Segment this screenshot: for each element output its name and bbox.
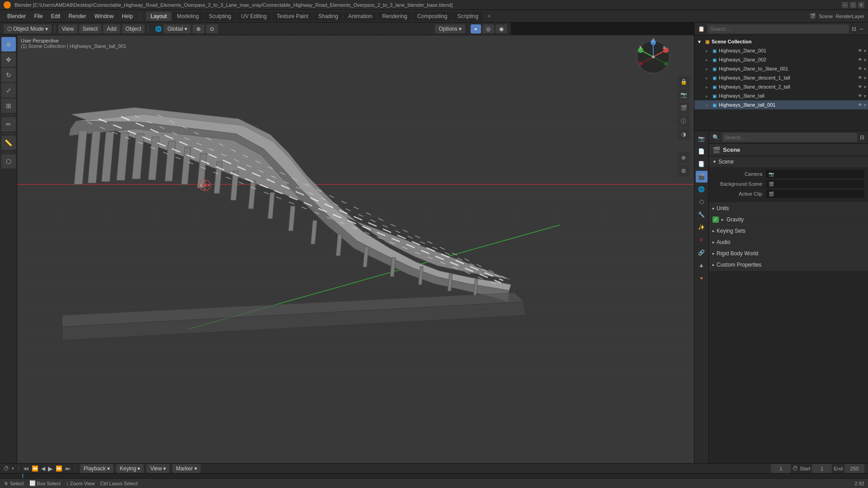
prop-view-layer-icon[interactable]: 📑 bbox=[696, 158, 708, 170]
visibility-icon-6[interactable]: 👁 bbox=[858, 94, 862, 98]
menu-help[interactable]: Help bbox=[118, 12, 137, 21]
prop-render-icon[interactable]: 📷 bbox=[696, 133, 708, 145]
custom-properties-header[interactable]: ▸ Custom Properties bbox=[709, 259, 868, 270]
menu-render[interactable]: Render bbox=[65, 12, 90, 21]
viewport-grid-icon[interactable]: ⊞ bbox=[678, 165, 689, 177]
viewport-options-button[interactable]: Options ▾ bbox=[435, 24, 465, 33]
prop-physics-icon[interactable]: ⚛ bbox=[696, 234, 708, 246]
prop-scene-icon[interactable]: 🎬 bbox=[696, 171, 708, 183]
snap-button[interactable]: ⊕ bbox=[193, 24, 204, 33]
play-reverse-icon[interactable]: ◀ bbox=[41, 465, 45, 472]
visibility-icon-4[interactable]: 👁 bbox=[858, 75, 862, 80]
proportional-edit-button[interactable]: ⊙ bbox=[206, 24, 218, 33]
transform-orientation-button[interactable]: Global ▾ bbox=[164, 24, 191, 33]
move-tool[interactable]: ✥ bbox=[1, 52, 16, 67]
measure-tool[interactable]: 📏 bbox=[1, 136, 16, 150]
prop-constraints-icon[interactable]: 🔗 bbox=[696, 247, 708, 258]
outliner-item-3[interactable]: ▸ ▣ Highways_2lane_to_3lane_001 👁 ▾ bbox=[694, 64, 868, 73]
gravity-section-header[interactable]: ✓ ▸ Gravity bbox=[709, 214, 868, 225]
tab-rendering[interactable]: Rendering bbox=[377, 12, 411, 21]
menu-blender[interactable]: Blender bbox=[4, 12, 29, 21]
tab-texture-paint[interactable]: Texture Paint bbox=[272, 12, 313, 21]
tab-compositing[interactable]: Compositing bbox=[413, 12, 452, 21]
visibility-icon-2[interactable]: 👁 bbox=[858, 57, 862, 62]
viewport-shading-solid[interactable]: ● bbox=[471, 24, 481, 33]
tab-scripting[interactable]: Scripting bbox=[453, 12, 483, 21]
viewport-shading-rendered[interactable]: ◉ bbox=[495, 24, 507, 33]
tab-modeling[interactable]: Modeling bbox=[172, 12, 203, 21]
prop-world-icon[interactable]: 🌐 bbox=[696, 183, 708, 195]
prop-particles-icon[interactable]: ✨ bbox=[696, 221, 708, 233]
outliner-item-5[interactable]: ▸ ▣ Highways_3lane_descent_2_tall 👁 ▾ bbox=[694, 82, 868, 91]
rotate-tool[interactable]: ↻ bbox=[1, 68, 16, 82]
close-button[interactable]: ✕ bbox=[858, 2, 864, 8]
bg-scene-value[interactable]: 🎬 bbox=[766, 180, 864, 188]
outliner-item-2[interactable]: ▸ ▣ Highways_2lane_002 👁 ▾ bbox=[694, 55, 868, 64]
playback-menu-button[interactable]: Playback ▾ bbox=[80, 464, 113, 473]
tab-animation[interactable]: Animation bbox=[344, 12, 377, 21]
jump-end-icon[interactable]: ⏭ bbox=[65, 465, 71, 472]
cursor-tool[interactable]: ⊕ bbox=[1, 37, 16, 52]
maximize-button[interactable]: □ bbox=[850, 2, 856, 8]
minimize-button[interactable]: — bbox=[842, 2, 848, 8]
select-menu-button[interactable]: Select bbox=[79, 24, 101, 33]
gravity-checkbox[interactable]: ✓ bbox=[712, 216, 719, 223]
menu-file[interactable]: File bbox=[30, 12, 46, 21]
marker-menu-button[interactable]: Marker ▾ bbox=[172, 464, 200, 473]
visibility-icon-3[interactable]: 👁 bbox=[858, 66, 862, 71]
transform-tool[interactable]: ⊞ bbox=[1, 99, 16, 113]
object-menu-button[interactable]: Object bbox=[122, 24, 145, 33]
visibility-icon-7[interactable]: 👁 bbox=[858, 103, 862, 107]
outliner-item-1[interactable]: ▸ ▣ Highways_2lane_001 👁 ▾ bbox=[694, 46, 868, 55]
viewport-shading-material[interactable]: ◎ bbox=[482, 24, 494, 33]
lock-viewport-icon[interactable]: 🔒 bbox=[678, 76, 689, 88]
start-frame-input[interactable]: 1 bbox=[812, 464, 832, 473]
prop-output-icon[interactable]: 📄 bbox=[696, 145, 708, 157]
scale-tool[interactable]: ⤢ bbox=[1, 83, 16, 98]
end-frame-input[interactable]: 250 bbox=[844, 464, 864, 473]
viewport-overlay-icon[interactable]: ◑ bbox=[678, 128, 689, 140]
outliner-item-4[interactable]: ▸ ▣ Highways_3lane_descent_1_tall 👁 ▾ bbox=[694, 73, 868, 82]
tab-sculpting[interactable]: Sculpting bbox=[204, 12, 236, 21]
add-workspace-button[interactable]: + bbox=[484, 12, 494, 21]
tab-uv-editing[interactable]: UV Editing bbox=[236, 12, 271, 21]
outliner-sync-icon[interactable]: ↔ bbox=[859, 26, 864, 32]
prop-object-icon[interactable]: ⬡ bbox=[696, 196, 708, 208]
keying-menu-button[interactable]: Keying ▾ bbox=[116, 464, 144, 473]
prop-material-icon[interactable]: ● bbox=[696, 272, 708, 284]
view-timeline-menu-button[interactable]: View ▾ bbox=[146, 464, 170, 473]
current-frame-input[interactable]: 1 bbox=[771, 464, 791, 473]
active-clip-value[interactable]: 🎬 bbox=[766, 190, 864, 198]
viewport-render-icon[interactable]: 🎬 bbox=[678, 102, 689, 114]
rigid-body-header[interactable]: ▸ Rigid Body World bbox=[709, 248, 868, 259]
add-cube-tool[interactable]: ⬡ bbox=[1, 154, 16, 169]
properties-search-input[interactable] bbox=[722, 133, 857, 142]
camera-value[interactable]: 📷 bbox=[766, 170, 864, 178]
view-menu-button[interactable]: View bbox=[58, 24, 77, 33]
add-menu-button[interactable]: Add bbox=[103, 24, 120, 33]
prop-modifier-icon[interactable]: 🔧 bbox=[696, 209, 708, 221]
prev-frame-icon[interactable]: ⏪ bbox=[32, 465, 38, 472]
next-frame-icon[interactable]: ⏩ bbox=[56, 465, 62, 472]
outliner-item-7[interactable]: ▸ ▣ Highways_3lane_tall_001 👁 ▾ bbox=[694, 100, 868, 109]
menu-edit[interactable]: Edit bbox=[47, 12, 64, 21]
jump-start-icon[interactable]: ⏮ bbox=[24, 465, 29, 472]
navigation-gizmo[interactable]: X Y Z bbox=[635, 39, 671, 75]
outliner-search-input[interactable] bbox=[708, 24, 849, 33]
scene-selector[interactable]: Scene bbox=[819, 14, 833, 19]
visibility-icon-1[interactable]: 👁 bbox=[858, 48, 862, 53]
tab-shading[interactable]: Shading bbox=[314, 12, 343, 21]
audio-header[interactable]: ▸ Audio bbox=[709, 237, 868, 248]
keying-sets-header[interactable]: ▸ Keying Sets bbox=[709, 225, 868, 236]
menu-window[interactable]: Window bbox=[91, 12, 118, 21]
outliner-filter-icon[interactable]: ⊟ bbox=[852, 26, 856, 32]
viewport-info-icon[interactable]: ⓘ bbox=[678, 115, 689, 127]
prop-data-icon[interactable]: ▲ bbox=[696, 259, 708, 271]
render-layer-selector[interactable]: RenderLayer bbox=[835, 14, 864, 19]
viewport-camera-icon[interactable]: 📷 bbox=[678, 89, 689, 101]
tab-layout[interactable]: Layout bbox=[146, 12, 171, 21]
viewport-origin-icon[interactable]: ⊕ bbox=[678, 152, 689, 164]
play-icon[interactable]: ▶ bbox=[48, 465, 53, 472]
units-section-header[interactable]: ▸ Units bbox=[709, 203, 868, 214]
visibility-icon-5[interactable]: 👁 bbox=[858, 84, 862, 89]
